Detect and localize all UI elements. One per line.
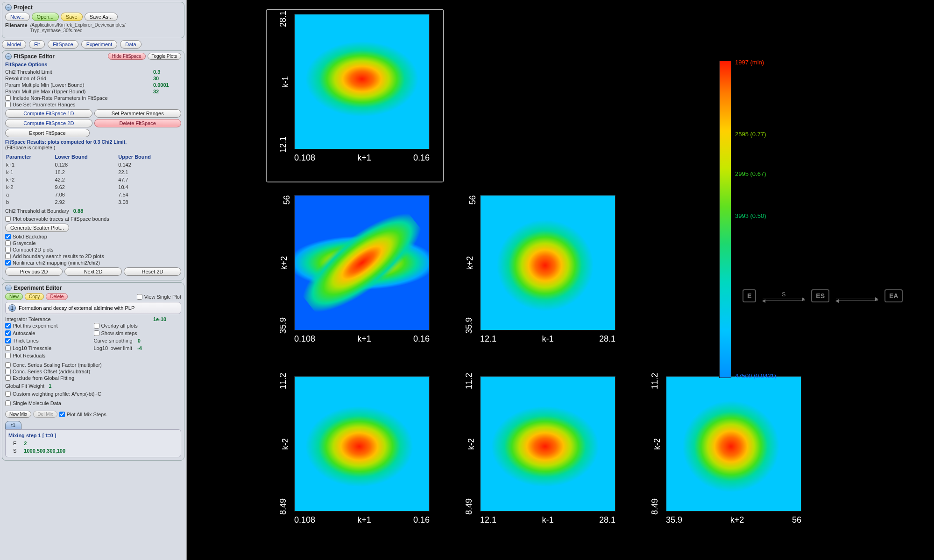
cb-add-boundary[interactable]: Add boundary search results to 2D plots (5, 253, 181, 259)
curve-smooth-row: Curve smoothing 0 (94, 337, 182, 344)
mix-s-value[interactable]: 1000,500,300,100 (20, 448, 68, 454)
cb-autoscale[interactable]: Autoscale (5, 330, 93, 336)
cb-nonrate[interactable]: Include Non-Rate Parameters in FitSpace (5, 95, 181, 101)
heatmap (666, 376, 801, 511)
fitspace-options-title: FitSpace Options (5, 62, 181, 67)
plot-cell[interactable]: 56 k+2 35.9 0.108 k+1 0.16 (266, 190, 444, 363)
y-axis-name: k+2 (466, 256, 475, 270)
y-tick-top: 56 (282, 195, 291, 204)
cb-conc-offset[interactable]: Conc. Series Offset (add/subtract) (5, 368, 181, 375)
cb-solid-backdrop[interactable]: Solid Backdrop (5, 233, 181, 240)
y-tick-bot: 12.1 (278, 136, 288, 153)
plot-grid: 28.1 k-1 12.1 0.108 k+1 0.16 56 k+2 35.9… (266, 9, 815, 544)
y-tick-top: 11.2 (278, 373, 288, 389)
tab-data[interactable]: Data (120, 40, 141, 49)
reset-2d-button[interactable]: Reset 2D (124, 267, 181, 276)
export-fitspace-button[interactable]: Export FitSpace (5, 129, 90, 137)
mix-step-header: Mixing step 1 [ t=0 ] (8, 433, 178, 438)
x-axis-name: k-1 (542, 334, 553, 344)
y-tick-top: 11.2 (464, 373, 474, 389)
delete-fitspace-button[interactable]: Delete FitSpace (94, 119, 182, 127)
pmin-label: Param Multiple Min (Lower Bound) (5, 82, 153, 88)
tab-experiment[interactable]: Experiment (81, 40, 118, 49)
cb-single-molecule[interactable]: Single Molecule Data (5, 400, 181, 406)
cb-exclude-global[interactable]: Exclude from Global Fitting (5, 375, 181, 381)
cb-plot-exp[interactable]: Plot this experiment (5, 322, 93, 329)
table-row: k+10.1280.142 (6, 161, 180, 168)
compute-2d-button[interactable]: Compute FitSpace 2D (5, 119, 92, 127)
new-project-button[interactable]: New... (5, 13, 30, 21)
cb-plot-all-mix[interactable]: Plot All Mix Steps (59, 411, 106, 418)
cb-conc-scale[interactable]: Conc. Series Scaling Factor (multiplier) (5, 362, 181, 368)
cb-show-sim[interactable]: Show sim steps (94, 330, 182, 336)
del-mix-button[interactable]: Del Mix (33, 411, 57, 418)
cb-nonlinear-chi2[interactable]: Nonlinear chi2 mapping (minchi2/chi2) (5, 259, 181, 266)
x-tick-right: 28.1 (599, 334, 616, 344)
y-axis-name: k-1 (281, 76, 290, 87)
log10ll-value[interactable]: -4 (137, 345, 142, 351)
tab-fitspace[interactable]: FitSpace (48, 40, 78, 49)
heatmap (480, 195, 616, 330)
cb-useset[interactable]: Use Set Parameter Ranges (5, 101, 181, 108)
log10ll-row: Log10 lower limit -4 (94, 345, 182, 351)
hide-fitspace-button[interactable]: Hide FitSpace (108, 53, 146, 60)
compute-1d-button[interactable]: Compute FitSpace 1D (5, 109, 92, 118)
cb-overlay[interactable]: Overlay all plots (94, 322, 182, 329)
new-mix-button[interactable]: New Mix (5, 411, 31, 418)
sidebar: − Project New... Open... Save Save As...… (0, 0, 187, 560)
plot-cell[interactable]: 11.2 k-2 8.49 35.9 k+2 56 (638, 371, 815, 544)
filename-path: /Applications/KinTek_Explorer_Dev/exampl… (30, 22, 126, 34)
inttol-value[interactable]: 1e-10 (153, 316, 181, 322)
grid-res-value[interactable]: 30 (153, 76, 181, 81)
chi2-limit-value[interactable]: 0.3 (153, 69, 181, 75)
fitspace-title: FitSpace Editor (14, 53, 55, 60)
cb-view-single[interactable]: View Single Plot (137, 294, 181, 300)
cb-compact-2d[interactable]: Compact 2D plots (5, 246, 181, 253)
table-row: a7.067.54 (6, 191, 180, 198)
mix-tab-t1[interactable]: t1 (5, 421, 21, 429)
exp-copy-button[interactable]: Copy (25, 293, 44, 300)
y-tick-top: 11.2 (650, 373, 660, 389)
fitspace-panel: − FitSpace Editor Hide FitSpace Toggle P… (2, 50, 184, 280)
pmax-value[interactable]: 32 (153, 89, 181, 94)
curve-smooth-value[interactable]: 0 (138, 338, 141, 343)
cb-grayscale[interactable]: Grayscale (5, 240, 181, 246)
saveas-project-button[interactable]: Save As... (85, 13, 118, 21)
plot-cell[interactable]: 11.2 k-2 8.49 12.1 k-1 28.1 (452, 371, 630, 544)
cb-obs-traces[interactable]: Plot observable traces at FitSpace bound… (5, 216, 181, 222)
fitspace-collapse[interactable]: − (5, 53, 12, 60)
pmin-value[interactable]: 0.0001 (153, 82, 181, 88)
set-ranges-button[interactable]: Set Parameter Ranges (94, 109, 182, 118)
rx-arrow-2 (836, 291, 878, 301)
table-row: b2.923.08 (6, 199, 180, 205)
y-tick-bot: 8.49 (278, 498, 288, 515)
open-project-button[interactable]: Open... (32, 13, 59, 21)
plot-cell[interactable]: 11.2 k-2 8.49 0.108 k+1 0.16 (266, 371, 444, 544)
gfw-value[interactable]: 1 (49, 383, 51, 389)
cb-thick[interactable]: Thick Lines (5, 337, 93, 344)
tab-fit[interactable]: Fit (29, 40, 45, 49)
mix-e-value[interactable]: 2 (20, 440, 68, 447)
cb-log10t[interactable]: Log10 Timescale (5, 345, 93, 351)
cb-plot-residuals[interactable]: Plot Residuals (5, 352, 93, 359)
y-tick-bot: 35.9 (278, 317, 288, 334)
next-2d-button[interactable]: Next 2D (64, 267, 122, 276)
chi2-boundary-value: 0.88 (73, 208, 83, 214)
project-collapse[interactable]: − (5, 4, 12, 11)
exp-delete-button[interactable]: Delete (46, 293, 68, 300)
plot-cell[interactable]: 28.1 k-1 12.1 0.108 k+1 0.16 (266, 9, 444, 182)
toggle-plots-button[interactable]: Toggle Plots (148, 53, 181, 60)
scatter-button[interactable]: Generate Scatter Plot... (5, 224, 69, 232)
plot-cell[interactable]: 56 k+2 35.9 12.1 k-1 28.1 (452, 190, 630, 363)
exp-new-button[interactable]: New (5, 293, 23, 300)
experiment-collapse[interactable]: − (5, 285, 12, 291)
y-tick-top: 56 (467, 195, 477, 204)
cb-custom-weight[interactable]: Custom weighting profile: A*exp(-bt)+C (5, 391, 181, 397)
prev-2d-button[interactable]: Previous 2D (5, 267, 63, 276)
tab-model[interactable]: Model (2, 40, 26, 49)
y-tick-top: 28.1 (278, 11, 288, 27)
fitspace-results-line2: (FitSpace is complete.) (5, 145, 181, 150)
save-project-button[interactable]: Save (61, 13, 83, 21)
project-panel: − Project New... Open... Save Save As...… (2, 2, 184, 38)
experiment-entry-1[interactable]: 1 Formation and decay of external aldimi… (5, 302, 181, 314)
